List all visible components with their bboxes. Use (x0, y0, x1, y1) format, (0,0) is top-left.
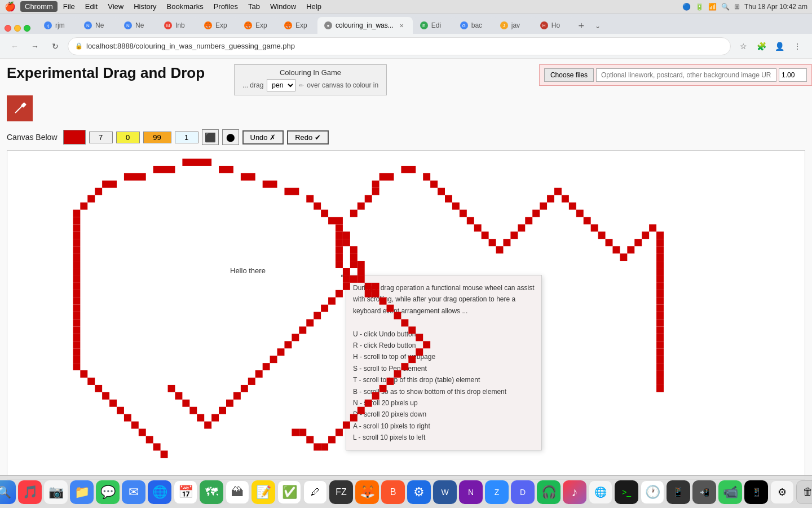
pixel-art-drawing (7, 151, 805, 479)
dock-icon-notes[interactable]: 📝 (251, 480, 275, 504)
tab-active[interactable]: ● colouring_in_was... ✕ (317, 17, 413, 34)
scale-input[interactable] (779, 68, 807, 82)
menu-view[interactable]: View (103, 1, 128, 12)
menu-history[interactable]: History (129, 1, 161, 12)
menu-button[interactable]: ⋮ (789, 38, 805, 54)
undo-button[interactable]: Undo ✗ (242, 130, 284, 144)
dock-icon-facetime[interactable]: 📹 (718, 480, 742, 504)
dock-icon-mail[interactable]: ✉ (122, 480, 145, 504)
dock-icon-filezilla[interactable]: FZ (329, 480, 353, 504)
circle-button[interactable]: ⬤ (222, 129, 239, 145)
num-input-4[interactable] (175, 132, 198, 143)
control-center-icon[interactable]: ⊞ (734, 3, 740, 11)
redo-button[interactable]: Redo ✔ (287, 130, 329, 144)
svg-rect-11 (263, 181, 277, 188)
svg-rect-101 (306, 319, 314, 327)
tab-title-exp3: Exp (295, 21, 310, 29)
menu-tab[interactable]: Tab (244, 1, 264, 12)
tab-title-ho: Ho (551, 21, 566, 29)
pen-select[interactable]: pen (267, 79, 295, 91)
tab-jav[interactable]: J jav (493, 17, 533, 34)
tab-exp2[interactable]: 🦊 Exp (237, 17, 277, 34)
app-name[interactable]: Chromm (20, 1, 58, 12)
svg-rect-159 (656, 246, 664, 253)
num-input-1[interactable] (89, 132, 113, 143)
search-icon[interactable]: 🔍 (721, 3, 730, 11)
apple-menu[interactable]: 🍎 (5, 1, 16, 12)
close-window-btn[interactable] (5, 25, 11, 32)
dock-icon-finder[interactable]: 🔍 (0, 480, 16, 504)
dock-icon-itunes[interactable]: ♪ (563, 480, 586, 504)
dock-icon-zoom[interactable]: Z (485, 480, 509, 504)
linework-input[interactable] (596, 68, 776, 82)
menu-help[interactable]: Help (302, 1, 326, 12)
tab-exp1[interactable]: 🦊 Exp (197, 17, 237, 34)
menu-edit[interactable]: Edit (81, 1, 102, 12)
tab-ne1[interactable]: N Ne (77, 17, 117, 34)
svg-rect-183 (372, 283, 379, 290)
dock-icon-prefs[interactable]: ⚙ (770, 480, 794, 504)
dock-icon-photos2[interactable]: 🏔 (226, 480, 249, 504)
tab-bac[interactable]: G bac (453, 17, 493, 34)
tab-inbox[interactable]: M Inb (157, 17, 197, 34)
dock-icon-photos[interactable]: 📷 (44, 480, 68, 504)
menu-file[interactable]: File (59, 1, 80, 12)
num-input-3[interactable] (143, 132, 171, 143)
forward-button[interactable]: → (27, 38, 43, 54)
dock-icon-chrome[interactable]: 🌐 (589, 480, 612, 504)
svg-rect-142 (401, 363, 408, 370)
tab-rjm[interactable]: rj rjm (37, 17, 77, 34)
dock-icon-ios[interactable]: 📲 (692, 480, 716, 504)
tab-close-active[interactable]: ✕ (397, 21, 406, 30)
dock-icon-clock[interactable]: 🕐 (641, 480, 664, 504)
num-input-2[interactable] (116, 132, 140, 143)
dock-icon-spotify[interactable]: 🎧 (537, 480, 561, 504)
tab-ho[interactable]: H Ho (533, 17, 573, 34)
dock-icon-calendar[interactable]: 📅 (174, 480, 197, 504)
dock-icon-messages[interactable]: 💬 (96, 480, 120, 504)
drawing-canvas[interactable]: Hello there ↖ During a drag operation a … (7, 150, 805, 480)
dock-icon-firefox[interactable]: 🦊 (355, 480, 379, 504)
dock-icon-xcode[interactable]: ⚙ (407, 480, 431, 504)
tab-exp3[interactable]: 🦊 Exp (277, 17, 317, 34)
svg-rect-7 (153, 166, 175, 173)
dock-icon-safari[interactable]: 🌐 (148, 480, 171, 504)
dock-icon-iphone[interactable]: 📱 (667, 480, 690, 504)
bookmark-button[interactable]: ☆ (735, 38, 751, 54)
dock-icon-freeform[interactable]: 🖊 (303, 480, 327, 504)
svg-rect-156 (299, 429, 306, 436)
dock-icon-word[interactable]: W (433, 480, 457, 504)
new-tab-button[interactable]: + (573, 18, 589, 34)
dock-icon-music[interactable]: 🎵 (18, 480, 42, 504)
svg-rect-178 (656, 385, 664, 392)
extension-button[interactable]: 🧩 (753, 38, 769, 54)
maximize-window-btn[interactable] (24, 25, 30, 32)
svg-rect-129 (350, 261, 358, 268)
svg-rect-76 (87, 378, 95, 385)
back-button[interactable]: ← (7, 38, 23, 54)
url-bar[interactable]: 🔒 localhost:8888/colouring_in_was_number… (68, 37, 731, 55)
tab-edi[interactable]: E Edi (413, 17, 453, 34)
dock-icon-onenote[interactable]: N (459, 480, 483, 504)
dock-icon-terminal[interactable]: >_ (615, 480, 638, 504)
dock-icon-files[interactable]: 📁 (70, 480, 94, 504)
menu-profiles[interactable]: Profiles (209, 1, 242, 12)
pattern-button[interactable]: ⬛ (202, 129, 219, 145)
dock-icon-discord[interactable]: D (511, 480, 535, 504)
menu-window[interactable]: Window (266, 1, 301, 12)
dock-icon-iosmirroring[interactable]: 📱 (744, 480, 768, 504)
profile-button[interactable]: 👤 (771, 38, 787, 54)
menu-bookmarks[interactable]: Bookmarks (162, 1, 208, 12)
dock-icon-maps[interactable]: 🗺 (200, 480, 223, 504)
svg-rect-94 (343, 268, 350, 275)
more-tabs-button[interactable]: ⌄ (590, 18, 606, 34)
dock-icon-brave[interactable]: B (381, 480, 405, 504)
minimize-window-btn[interactable] (14, 25, 21, 32)
svg-rect-126 (343, 239, 350, 246)
dock-icon-reminders[interactable]: ✅ (277, 480, 301, 504)
dock-icon-trash[interactable]: 🗑 (796, 480, 812, 504)
color-swatch[interactable] (63, 130, 86, 144)
tab-ne2[interactable]: N Ne (117, 17, 157, 34)
choose-files-button[interactable]: Choose files (544, 68, 594, 82)
reload-button[interactable]: ↻ (47, 38, 63, 54)
